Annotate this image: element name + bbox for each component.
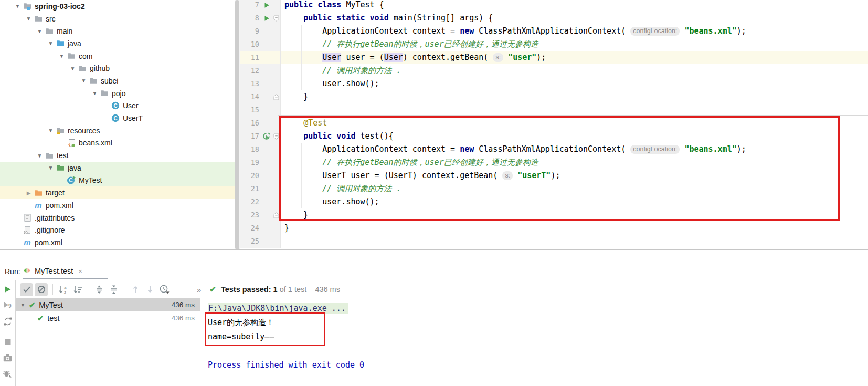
tree-item-com[interactable]: ▼com (0, 50, 240, 62)
tree-item--gitignore[interactable]: .gitignore (0, 224, 240, 236)
code-line-23[interactable]: 23 } (240, 208, 868, 222)
tree-item-usert[interactable]: CUserT (0, 112, 240, 124)
previous-failed-test-button[interactable] (129, 283, 142, 296)
tree-expanded-icon[interactable]: ▼ (90, 90, 99, 96)
more-actions-icon[interactable]: » (197, 285, 201, 294)
fold-end-icon[interactable] (272, 90, 281, 103)
collapse-all-button[interactable] (107, 283, 120, 296)
code-line-19[interactable]: 19 // 在执行getBean的时候，user已经创建好，通过无参构造 (240, 156, 868, 169)
gutter-slot (261, 235, 272, 248)
run-line-icon[interactable] (261, 0, 272, 12)
tree-item-mytest[interactable]: CMyTest (0, 174, 240, 187)
tree-item-beans-xml[interactable]: beans.xml (0, 137, 240, 150)
code-line-22[interactable]: 22 user.show(); (240, 195, 868, 208)
tree-item-github[interactable]: ▼github (0, 62, 240, 75)
code-text: User user = (User) context.getBean( s: "… (281, 51, 868, 64)
tree-item-subei[interactable]: ▼subei (0, 75, 240, 87)
code-line-17[interactable]: 17 public void test(){ (240, 130, 868, 143)
code-line-18[interactable]: 18 ApplicationContext context = new Clas… (240, 143, 868, 156)
code-line-7[interactable]: 7public class MyTest { (240, 0, 868, 12)
folder-icon (44, 151, 55, 160)
method-separator (278, 115, 868, 116)
next-failed-test-button[interactable] (143, 283, 156, 296)
fold-slot (272, 169, 281, 182)
git-attributes-icon (22, 214, 33, 222)
gutter-slot (261, 143, 272, 156)
tree-expanded-icon[interactable]: ▼ (46, 128, 55, 133)
expand-all-button[interactable] (92, 283, 105, 296)
tree-expanded-icon[interactable]: ▼ (68, 66, 77, 71)
tree-item-pom-xml[interactable]: mpom.xml (0, 199, 240, 212)
tree-item-pom-xml[interactable]: mpom.xml (0, 236, 240, 249)
code-line-14[interactable]: 14 } (240, 90, 868, 103)
tree-item-target[interactable]: ▶target (0, 186, 240, 199)
fold-collapse-icon[interactable] (272, 12, 281, 25)
code-line-12[interactable]: 12 // 调用对象的方法 . (240, 64, 868, 77)
tree-expanded-icon[interactable]: ▼ (35, 153, 44, 159)
show-ignored-button[interactable] (35, 283, 48, 296)
project-scrollbar-thumb[interactable] (235, 0, 239, 249)
code-line-16[interactable]: 16 @Test (240, 117, 868, 130)
line-number: 11 (240, 51, 261, 64)
fold-end-icon[interactable] (272, 208, 281, 222)
tree-expanded-icon[interactable]: ▼ (57, 53, 66, 59)
stop-button[interactable] (2, 338, 14, 346)
code-line-25[interactable]: 25 (240, 235, 868, 248)
tree-item-user[interactable]: CUser (0, 100, 240, 112)
tree-item-main[interactable]: ▼main (0, 25, 240, 37)
tree-expanded-icon[interactable]: ▼ (79, 78, 88, 84)
attach-debugger-button[interactable] (2, 370, 14, 378)
fold-collapse-icon[interactable] (272, 130, 281, 143)
console-line: F:\Java\JDK8\bin\java.exe ... (208, 301, 868, 316)
run-console[interactable]: F:\Java\JDK8\bin\java.exe ...User的无参构造！n… (200, 298, 868, 386)
gutter-slot (261, 51, 272, 64)
code-line-13[interactable]: 13 user.show(); (240, 77, 868, 90)
tree-item-label: User (121, 101, 139, 110)
tree-item-test[interactable]: ▼test (0, 149, 240, 162)
tree-item-resources[interactable]: ▼resources (0, 124, 240, 137)
test-result-test[interactable]: ✔test436 ms (16, 311, 200, 325)
git-ignore-icon (22, 226, 33, 234)
sort-alphabetically-button[interactable]: az (56, 283, 69, 296)
fold-slot (272, 38, 281, 51)
rerun-test-passed-icon[interactable] (261, 130, 272, 143)
code-editor[interactable]: 7public class MyTest {8 public static vo… (240, 0, 868, 249)
test-history-button[interactable] (158, 283, 171, 296)
tree-item-pojo[interactable]: ▼pojo (0, 87, 240, 100)
tree-item-java[interactable]: ▼java (0, 162, 240, 174)
screenshot-button[interactable] (2, 354, 14, 362)
tree-collapsed-icon[interactable]: ▶ (24, 190, 33, 196)
code-line-24[interactable]: 24} (240, 222, 868, 235)
gutter-slot (261, 64, 272, 77)
code-line-21[interactable]: 21 // 调用对象的方法 . (240, 182, 868, 195)
run-line-icon[interactable] (261, 12, 272, 25)
code-line-9[interactable]: 9 ApplicationContext context = new Class… (240, 25, 868, 38)
code-line-8[interactable]: 8 public static void main(String[] args)… (240, 12, 868, 25)
toggle-auto-test-button[interactable] (2, 317, 14, 326)
show-passed-button[interactable] (20, 283, 33, 296)
project-tree-panel: ▼spring-03-ioc2▼src▼main▼java▼com▼github… (0, 0, 240, 249)
tree-item--gitattributes[interactable]: .gitattributes (0, 212, 240, 224)
line-number: 25 (240, 235, 261, 248)
sort-by-duration-button[interactable] (71, 283, 84, 296)
test-result-mytest[interactable]: ▼✔MyTest436 ms (16, 298, 200, 311)
tree-expanded-icon[interactable]: ▼ (24, 16, 33, 22)
run-tab[interactable]: MyTest.test × (23, 265, 82, 277)
tree-item-spring-03-ioc2[interactable]: ▼spring-03-ioc2 (0, 0, 240, 13)
tree-item-src[interactable]: ▼src (0, 13, 240, 25)
rerun-failed-tests-button[interactable]: 9 (2, 301, 14, 309)
tree-expanded-icon[interactable]: ▼ (46, 165, 55, 171)
code-line-20[interactable]: 20 UserT user = (UserT) context.getBean(… (240, 169, 868, 182)
rerun-button[interactable] (2, 285, 14, 293)
tree-expanded-icon[interactable]: ▼ (13, 3, 22, 9)
code-line-10[interactable]: 10 // 在执行getBean的时候，user已经创建好，通过无参构造 (240, 38, 868, 51)
project-scrollbar[interactable] (235, 0, 240, 249)
tree-expanded-icon[interactable]: ▼ (20, 302, 29, 308)
close-tab-icon[interactable]: × (78, 267, 82, 275)
tree-expanded-icon[interactable]: ▼ (46, 40, 55, 46)
code-line-11[interactable]: 11 User user = (User) context.getBean( s… (240, 51, 868, 64)
console-line: Process finished with exit code 0 (208, 358, 868, 372)
tree-item-java[interactable]: ▼java (0, 37, 240, 50)
toolbar-separator (52, 284, 53, 295)
tree-expanded-icon[interactable]: ▼ (35, 28, 44, 34)
